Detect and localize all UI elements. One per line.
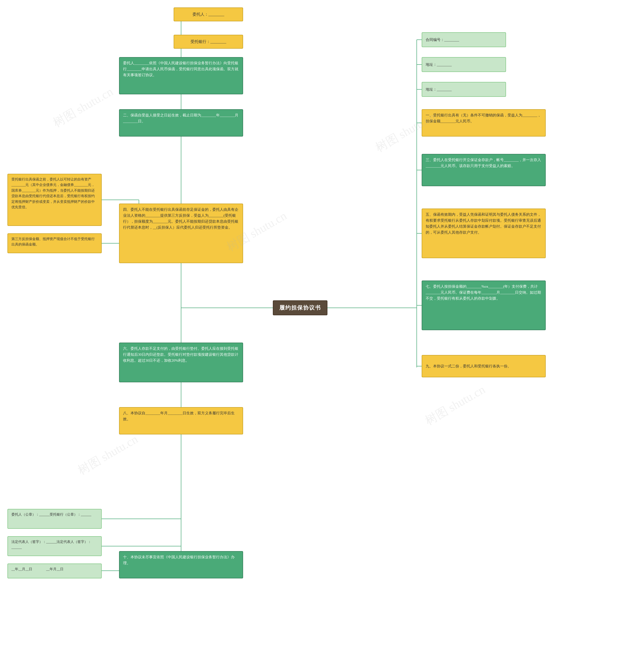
node-clause4: 四、委托人不能在受托银行出具保函前存足保证金的，委托人由具有企业法人资格的___… (119, 204, 243, 263)
node-weituoren: 委托人：________ (174, 7, 243, 21)
node-contract-no: 合同编号：________ (422, 32, 506, 47)
node-shoutuo-bank: 受托银行：________ (174, 35, 243, 49)
canvas: 树图 shutu.cn 树图 shutu.cn 树图 shutu.cn 树图 s… (0, 0, 635, 672)
node-right-clause1: 一、受托银行出具有（无）条件不可撤销的保函，受益人为________，担保金额_… (422, 109, 546, 136)
node-right-clause7: 七、委托人按担保金额的________%ox________(年）支付保费，共计… (422, 280, 546, 330)
watermark-4: 树图 shutu.cn (422, 381, 488, 429)
node-clause10: 十、本协议未尽事宜依照《中国人民建设银行担保业务暂行办法》办理。 (119, 551, 243, 579)
node-legal-rep: 法定代表人（签字）：______法定代表人（签字）：______ (7, 536, 102, 556)
node-clause6: 六、委托人存款不足支付的，由受托银行垫付。委托人应在接到受托银行通知后30日内归… (119, 342, 243, 382)
node-clause2: 二、保函自受益人接受之日起生效，截止日期为________年________月_… (119, 109, 243, 136)
node-intro: 委托人________依照《中国人民建设银行担保业务暂行办法》向受托银行____… (119, 57, 243, 94)
watermark-5: 树图 shutu.cn (75, 431, 141, 478)
node-right-clause9: 九、本协议一式二份，委托人和受托银行各执一份。 (422, 355, 546, 377)
node-right-clause5: 五、保函有效期内，受益人凭保函和证明其与委托人债务关系的文件，有权要求受托银行从… (422, 209, 546, 258)
node-left-block2: 第三方反担保金额、抵押资产现值合计不低于受托银行出具的保函金额。 (7, 233, 102, 253)
node-right-clause3: 三、委托人在受托银行开立保证金存款户，帐号________，并一次存入_____… (422, 154, 546, 186)
watermark-1: 树图 shutu.cn (50, 84, 116, 131)
node-signatures: 委托人（公章）：______受托银行（公章）：______ (7, 509, 102, 529)
node-clause8: 八、本协议自________年月________日生效，双方义务履行完毕后生效。 (119, 407, 243, 435)
node-date-line: __年__月__日 __年月__日 (7, 564, 102, 579)
node-address1: 地址：________ (422, 57, 506, 72)
node-address2: 地址：________ (422, 82, 506, 97)
center-node: 履约担保协议书 (273, 300, 327, 315)
node-left-block1: 受托银行出具保函之前，委托人以可转让的自有资产________元（其中企业债券元… (7, 174, 102, 226)
